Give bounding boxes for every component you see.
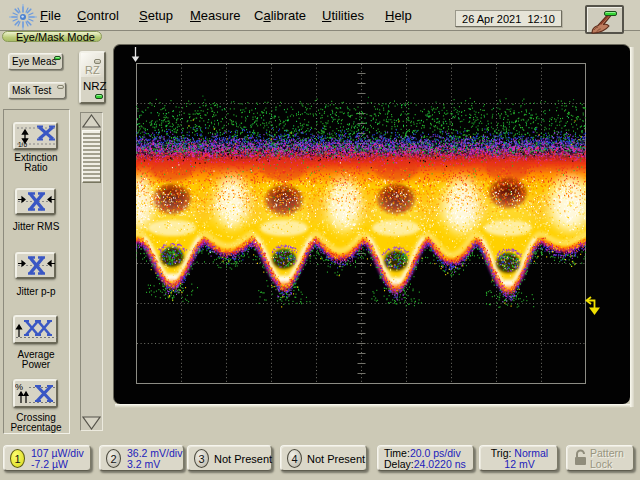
svg-text:1/o: 1/o <box>18 141 27 148</box>
svg-text:%: % <box>15 382 23 392</box>
